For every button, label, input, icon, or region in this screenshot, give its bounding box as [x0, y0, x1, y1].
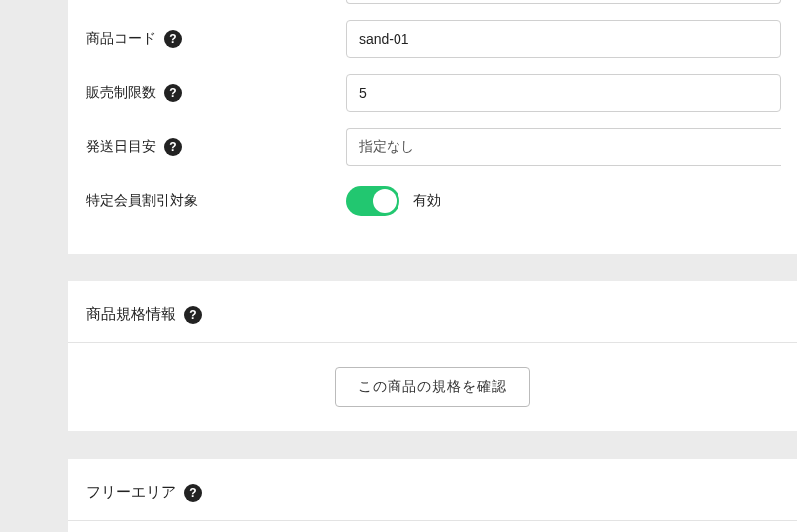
sales-limit-input[interactable] [346, 74, 781, 112]
row-free-area: フリーエリア [68, 521, 797, 532]
delivery-estimate-select[interactable]: 指定なし [346, 128, 781, 166]
row-member-discount: 特定会員割引対象 有効 [68, 174, 797, 228]
help-icon[interactable]: ? [184, 306, 202, 324]
label-text: 特定会員割引対象 [86, 192, 198, 210]
toggle-status-label: 有効 [413, 192, 441, 210]
help-icon[interactable]: ? [164, 138, 182, 156]
spec-section-header: 商品規格情報 ? [68, 281, 797, 343]
label-text: 発送日目安 [86, 138, 156, 156]
help-icon[interactable]: ? [164, 30, 182, 48]
label-product-code: 商品コード ? [86, 30, 346, 48]
spec-section-title: 商品規格情報 [86, 305, 176, 324]
label-delivery-estimate: 発送日目安 ? [86, 138, 346, 156]
product-code-input[interactable] [346, 20, 781, 58]
input-col: 有効 [346, 186, 781, 216]
toggle-knob [373, 189, 397, 213]
label-text: 販売制限数 [86, 84, 156, 102]
label-sales-limit: 販売制限数 ? [86, 84, 346, 102]
input-col: 指定なし [346, 128, 781, 166]
card-spacer [0, 431, 797, 459]
input-col [346, 0, 781, 4]
toggle-row: 有効 [346, 186, 781, 216]
help-icon[interactable]: ? [184, 484, 202, 502]
cutoff-input-remnant [346, 0, 781, 4]
label-text: 商品コード [86, 30, 156, 48]
label-member-discount: 特定会員割引対象 [86, 192, 346, 210]
confirm-spec-button[interactable]: この商品の規格を確認 [335, 367, 530, 407]
input-col [346, 74, 781, 112]
select-value: 指定なし [359, 138, 414, 156]
spec-section-body: この商品の規格を確認 [68, 343, 797, 431]
form-row-partial [68, 0, 797, 12]
row-sales-limit: 販売制限数 ? [68, 66, 797, 120]
card-spacer [0, 254, 797, 281]
free-area-header: フリーエリア ? [68, 459, 797, 521]
row-product-code: 商品コード ? [68, 12, 797, 66]
help-icon[interactable]: ? [164, 84, 182, 102]
member-discount-toggle[interactable] [346, 186, 399, 216]
input-col [346, 20, 781, 58]
product-form-card: 商品コード ? 販売制限数 ? 発送日目安 ? 指定なし 特定会員割引対象 [68, 0, 797, 254]
free-area-card: フリーエリア ? フリーエリア [68, 459, 797, 532]
product-spec-card: 商品規格情報 ? この商品の規格を確認 [68, 281, 797, 431]
row-delivery-estimate: 発送日目安 ? 指定なし [68, 120, 797, 174]
free-area-title: フリーエリア [86, 483, 176, 502]
